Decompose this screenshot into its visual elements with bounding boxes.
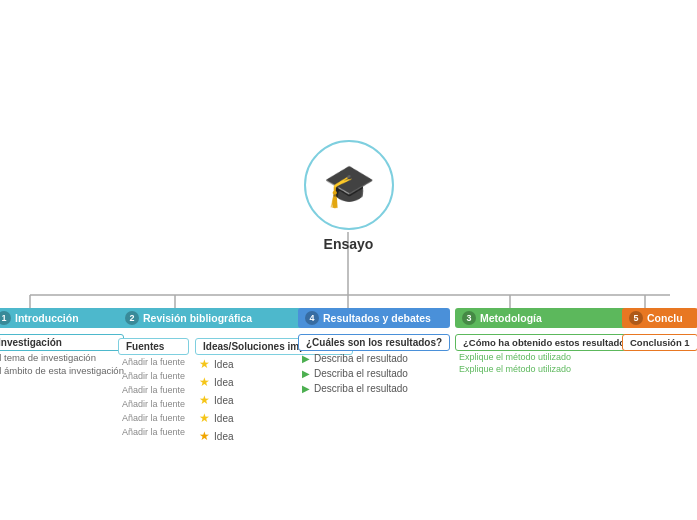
sub-header-resultados[interactable]: ¿Cuáles son los resultados? <box>298 334 450 351</box>
branch-resultados: 4 Resultados y debates ¿Cuáles son los r… <box>298 308 450 396</box>
idea-4[interactable]: ★Idea <box>195 409 353 427</box>
section-num-1: 1 <box>0 311 11 325</box>
section-title-4: Resultados y debates <box>323 312 431 324</box>
section-header-resultados[interactable]: 4 Resultados y debates <box>298 308 450 328</box>
sub-col-fuentes: Fuentes Añadir la fuente Añadir la fuent… <box>118 334 189 445</box>
resultado-2[interactable]: ▶Describa el resultado <box>298 366 450 381</box>
branch-metodologia: 3 Metodología ¿Cómo ha obtenido estos re… <box>455 308 644 375</box>
resultado-1[interactable]: ▶Describa el resultado <box>298 351 450 366</box>
metodo-2[interactable]: Explique el método utilizado <box>455 363 644 375</box>
sub-header-metodo[interactable]: ¿Cómo ha obtenido estos resultados? <box>455 334 644 351</box>
section-num-4: 4 <box>305 311 319 325</box>
fuente-2[interactable]: Añadir la fuente <box>118 369 189 383</box>
sub-header-investigacion[interactable]: Investigación <box>0 334 124 351</box>
fuente-3[interactable]: Añadir la fuente <box>118 383 189 397</box>
center-label: Ensayo <box>324 236 374 252</box>
section-title-3: Metodología <box>480 312 542 324</box>
section-num-3: 3 <box>462 311 476 325</box>
sub-header-fuentes[interactable]: Fuentes <box>118 338 189 355</box>
section-header-introduccion[interactable]: 1 Introducción <box>0 308 124 328</box>
center-icon: 🎓 <box>323 161 375 210</box>
section-num-2: 2 <box>125 311 139 325</box>
section-title-5: Conclu <box>647 312 683 324</box>
section-header-metodologia[interactable]: 3 Metodología <box>455 308 644 328</box>
center-circle: 🎓 <box>304 140 394 230</box>
fuente-6[interactable]: Añadir la fuente <box>118 425 189 439</box>
section-num-5: 5 <box>629 311 643 325</box>
branch-conclusion: 5 Conclu Conclusión 1 <box>622 308 697 351</box>
item-tema: el tema de investigación <box>0 351 124 364</box>
item-ambito: el ámbito de esta investigación <box>0 364 124 377</box>
branch-introduccion: 1 Introducción Investigación el tema de … <box>0 308 124 377</box>
fuente-4[interactable]: Añadir la fuente <box>118 397 189 411</box>
sub-header-conclusion1[interactable]: Conclusión 1 <box>622 334 697 351</box>
section-title-2: Revisión bibliográfica <box>143 312 252 324</box>
section-title-1: Introducción <box>15 312 79 324</box>
idea-5[interactable]: ★Idea <box>195 427 353 445</box>
center-node[interactable]: 🎓 Ensayo <box>304 140 394 252</box>
fuente-5[interactable]: Añadir la fuente <box>118 411 189 425</box>
resultado-3[interactable]: ▶Describa el resultado <box>298 381 450 396</box>
section-header-conclusion[interactable]: 5 Conclu <box>622 308 697 328</box>
fuente-1[interactable]: Añadir la fuente <box>118 355 189 369</box>
metodo-1[interactable]: Explique el método utilizado <box>455 351 644 363</box>
